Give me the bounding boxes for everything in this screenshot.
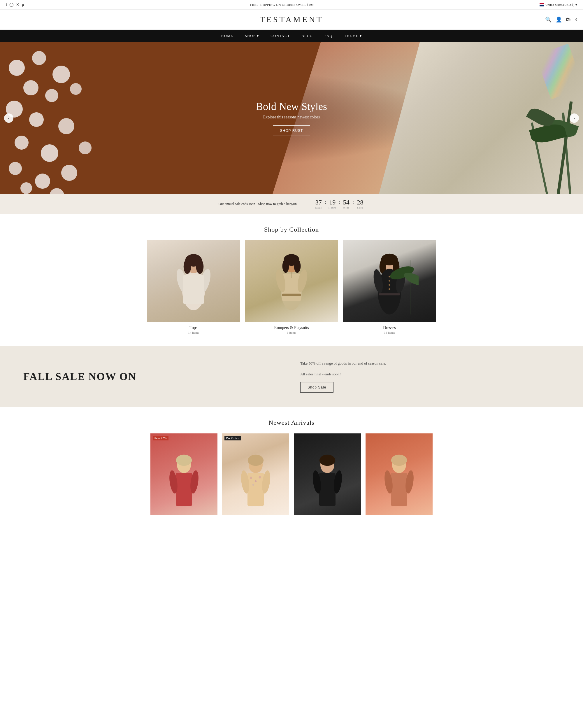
fall-sale-desc-1: Take 50% off a range of goods in our end… bbox=[300, 361, 560, 367]
shipping-text: FREE SHIPPING ON ORDERS OVER $199 bbox=[250, 3, 314, 6]
arrival-image-3 bbox=[294, 434, 361, 515]
collection-dresses-label: Dresses 13 items bbox=[343, 326, 436, 334]
svg-point-28 bbox=[389, 288, 390, 290]
svg-point-44 bbox=[255, 480, 256, 482]
fall-sale-right: Take 50% off a range of goods in our end… bbox=[300, 361, 560, 393]
svg-point-39 bbox=[248, 454, 263, 466]
nav-shop[interactable]: SHOP ▾ bbox=[245, 34, 259, 38]
timer-sep-1: : bbox=[325, 199, 327, 209]
chevron-down-icon: ▾ bbox=[576, 3, 577, 7]
fall-sale-title: FALL SALE NOW ON bbox=[23, 370, 283, 383]
collection-tops[interactable]: Tops 14 items bbox=[147, 240, 240, 334]
svg-rect-17 bbox=[282, 294, 301, 296]
svg-rect-7 bbox=[183, 275, 204, 304]
svg-point-34 bbox=[176, 454, 192, 466]
nav-blog[interactable]: BLOG bbox=[302, 34, 313, 38]
svg-point-48 bbox=[320, 454, 335, 466]
timer-sep-2: : bbox=[338, 199, 340, 209]
hero-subtitle: Explore this seasons newest colors bbox=[256, 115, 327, 120]
svg-point-4 bbox=[196, 259, 204, 274]
collection-rompers-label: Rompers & Playsuits 9 items bbox=[245, 326, 338, 334]
svg-point-27 bbox=[389, 284, 390, 286]
nav-faq[interactable]: FAQ bbox=[325, 34, 333, 38]
account-icon[interactable]: 👤 bbox=[556, 16, 562, 23]
hero-prev-button[interactable]: ‹ bbox=[4, 113, 13, 123]
site-logo[interactable]: TESTAMENT bbox=[260, 15, 323, 24]
collection-tops-image bbox=[147, 240, 240, 322]
cart-icon[interactable]: 🛍 bbox=[566, 17, 571, 23]
collection-dresses-image bbox=[343, 240, 436, 322]
chevron-down-icon: ▾ bbox=[360, 34, 362, 38]
svg-point-45 bbox=[258, 476, 261, 478]
timer-mins: 54 Mins bbox=[342, 199, 351, 209]
arrival-item-2[interactable]: Pre Order bbox=[222, 434, 289, 515]
collections-grid: Tops 14 items Rompers & Playsuits bbox=[0, 240, 583, 346]
chevron-down-icon: ▾ bbox=[257, 34, 259, 38]
arrivals-grid: Save 22% Pre Order bbox=[0, 434, 583, 527]
social-icons: f ◯ ✕ 𝗽 bbox=[6, 2, 24, 7]
arrival-item-3[interactable] bbox=[294, 434, 361, 515]
main-nav: HOME SHOP ▾ CONTACT BLOG FAQ THEME ▾ bbox=[0, 30, 583, 42]
svg-rect-49 bbox=[319, 473, 335, 506]
svg-point-3 bbox=[184, 259, 191, 274]
svg-rect-29 bbox=[379, 293, 400, 295]
top-bar: f ◯ ✕ 𝗽 FREE SHIPPING ON ORDERS OVER $19… bbox=[0, 0, 583, 10]
facebook-icon[interactable]: f bbox=[6, 2, 7, 7]
svg-rect-35 bbox=[176, 473, 192, 506]
hero-section: ‹ Bold New Styles Explore this seasons n… bbox=[0, 42, 583, 194]
countdown-shop-link[interactable]: Shop now bbox=[258, 202, 272, 206]
hero-next-button[interactable]: › bbox=[570, 113, 579, 123]
arrival-image-2: Pre Order bbox=[222, 434, 289, 515]
svg-point-12 bbox=[294, 260, 301, 273]
hero-title: Bold New Styles bbox=[256, 100, 327, 112]
arrival-badge-2: Pre Order bbox=[224, 436, 241, 440]
arrivals-title: Newest Arrivals bbox=[0, 419, 583, 426]
svg-rect-54 bbox=[391, 473, 407, 506]
svg-point-53 bbox=[391, 454, 407, 466]
twitter-icon[interactable]: ✕ bbox=[16, 2, 19, 7]
nav-home[interactable]: HOME bbox=[221, 34, 233, 38]
instagram-icon[interactable]: ◯ bbox=[9, 2, 14, 7]
svg-point-26 bbox=[389, 280, 390, 282]
arrival-image-4 bbox=[365, 434, 433, 515]
cart-count: 0 bbox=[576, 18, 577, 22]
nav-theme[interactable]: THEME ▾ bbox=[344, 34, 362, 38]
timer-hours: 19 Hours bbox=[328, 199, 337, 209]
nav-contact[interactable]: CONTACT bbox=[271, 34, 290, 38]
hero-content: Bold New Styles Explore this seasons new… bbox=[256, 100, 327, 136]
fall-sale-button[interactable]: Shop Sale bbox=[300, 382, 333, 393]
svg-point-43 bbox=[250, 476, 252, 479]
svg-point-25 bbox=[389, 276, 390, 277]
svg-point-46 bbox=[252, 484, 254, 485]
header-icons: 🔍 👤 🛍 0 bbox=[545, 16, 577, 23]
countdown-bar: Our annual sale ends soon - Shop now to … bbox=[0, 194, 583, 214]
timer-days: 37 Days bbox=[314, 199, 323, 209]
collections-title: Shop by Collection bbox=[0, 226, 583, 233]
collection-tops-label: Tops 14 items bbox=[147, 326, 240, 334]
collection-rompers-image bbox=[245, 240, 338, 322]
fall-sale-desc-2: All sales final - ends soon! bbox=[300, 371, 560, 378]
flag-icon bbox=[539, 3, 544, 6]
arrival-image-1: Save 22% bbox=[150, 434, 218, 515]
timer-sep-3: : bbox=[353, 199, 354, 209]
search-icon[interactable]: 🔍 bbox=[545, 16, 552, 23]
header: TESTAMENT 🔍 👤 🛍 0 bbox=[0, 10, 583, 30]
arrival-item-4[interactable] bbox=[365, 434, 433, 515]
locale-text: United States (USD $) bbox=[546, 3, 574, 6]
arrival-item-1[interactable]: Save 22% bbox=[150, 434, 218, 515]
hero-cta-button[interactable]: Shop Rust bbox=[273, 125, 310, 136]
locale-selector[interactable]: United States (USD $) ▾ bbox=[539, 3, 577, 7]
collection-dresses[interactable]: Dresses 13 items bbox=[343, 240, 436, 334]
countdown-timer: 37 Days : 19 Hours : 54 Mins : 28 Secs bbox=[314, 199, 365, 209]
svg-point-11 bbox=[282, 260, 289, 273]
timer-secs: 28 Secs bbox=[356, 199, 364, 209]
countdown-text: Our annual sale ends soon - Shop now to … bbox=[219, 202, 297, 206]
pinterest-icon[interactable]: 𝗽 bbox=[22, 2, 24, 7]
fall-sale-section: FALL SALE NOW ON Take 50% off a range of… bbox=[0, 346, 583, 407]
collection-rompers[interactable]: Rompers & Playsuits 9 items bbox=[245, 240, 338, 334]
arrival-badge-1: Save 22% bbox=[153, 436, 168, 440]
